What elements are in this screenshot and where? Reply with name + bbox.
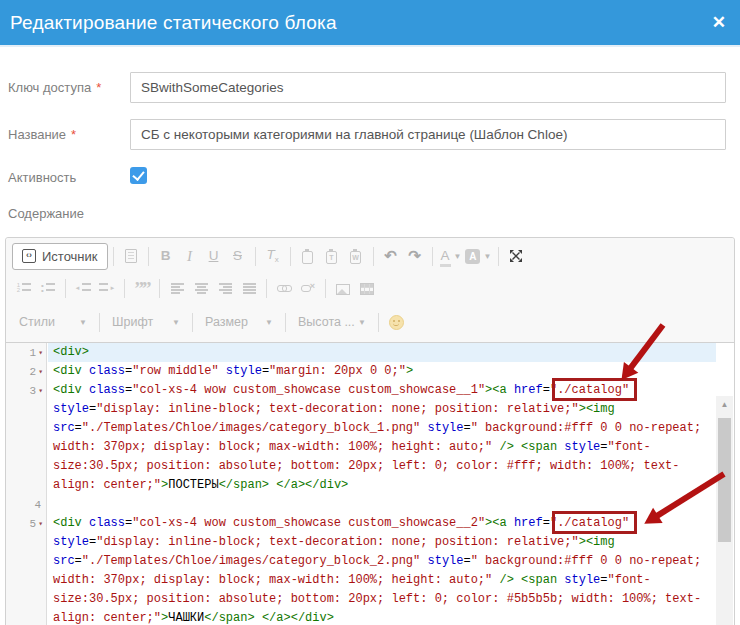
maximize-button[interactable]	[504, 244, 528, 268]
paste-icon	[302, 251, 313, 264]
code-token: "display: inline-block; text-decoration:…	[96, 535, 578, 549]
code-token: href	[514, 383, 543, 397]
source-code-area[interactable]: 1▾2▾3▾4 5▾6 <div><div class="row middle"…	[6, 343, 734, 625]
code-line: src="./Templates/Chloe/images/category_b…	[48, 419, 716, 438]
toolbar-row-2	[6, 274, 734, 302]
align-right-icon	[219, 283, 232, 294]
code-token	[507, 516, 514, 530]
templates-button[interactable]	[119, 244, 143, 268]
numbered-list-button[interactable]	[12, 276, 36, 300]
name-input[interactable]	[130, 119, 726, 150]
code-token	[514, 440, 521, 454]
font-dropdown[interactable]: Шрифт▼	[105, 310, 187, 335]
remove-format-button[interactable]	[261, 244, 285, 268]
chevron-down-icon: ▼	[79, 318, 87, 327]
access-key-input[interactable]	[130, 72, 726, 103]
code-token: />	[499, 573, 513, 587]
editor-scrollbar[interactable]: ▲	[716, 396, 733, 625]
line-number-text: 2	[30, 366, 37, 378]
styles-dropdown[interactable]: Стили▼	[12, 310, 94, 335]
link-button[interactable]	[272, 276, 296, 300]
code-token: size:30.5px; position: absolute; bottom:…	[53, 459, 680, 473]
maximize-icon	[509, 249, 523, 263]
toolbar-separator	[373, 247, 374, 266]
chevron-down-icon: ▼	[358, 318, 366, 327]
paste-word-button[interactable]	[344, 244, 368, 268]
fold-arrow-icon[interactable]: ▾	[38, 519, 43, 528]
toolbar-row-3: Стили▼Шрифт▼Размер▼Высота ...▼	[6, 302, 734, 343]
align-center-icon	[195, 283, 208, 294]
source-button[interactable]: ‹› Источник	[12, 243, 108, 270]
fold-arrow-icon[interactable]: ▾	[38, 386, 43, 395]
chevron-down-icon: ▼	[454, 252, 462, 261]
code-token: width: 370px; display: block; max-width:…	[53, 440, 492, 454]
redo-button[interactable]	[403, 244, 427, 268]
unlink-button[interactable]	[296, 276, 320, 300]
code-token: style	[564, 573, 600, 587]
paste-text-button[interactable]	[320, 244, 344, 268]
outdent-button[interactable]	[71, 276, 95, 300]
edit-static-block-modal: Редактирование статического блока ✕ Ключ…	[0, 0, 740, 625]
active-checkbox[interactable]	[130, 167, 147, 184]
code-token	[255, 611, 262, 625]
size-dropdown[interactable]: Размер▼	[198, 310, 280, 335]
font-dropdown-label: Шрифт	[112, 315, 153, 329]
close-icon[interactable]: ✕	[712, 14, 726, 31]
toolbar-separator	[285, 313, 286, 332]
align-left-button[interactable]	[165, 276, 189, 300]
smiley-button[interactable]	[384, 310, 408, 334]
code-token: <div	[53, 516, 82, 530]
underline-icon	[209, 249, 219, 263]
blockquote-button[interactable]	[130, 276, 154, 300]
bulleted-list-button[interactable]	[36, 276, 60, 300]
align-right-button[interactable]	[213, 276, 237, 300]
code-line: src="./Templates/Chloe/images/category_b…	[48, 552, 716, 571]
code-token: </span>	[219, 478, 269, 492]
content-editor: ‹› Источник ▼▼ Стили▼Шрифт▼Размер▼Высота…	[5, 237, 735, 625]
undo-button[interactable]	[379, 244, 403, 268]
code-line: width: 370px; display: block; max-width:…	[48, 571, 716, 590]
code-token: =	[464, 421, 471, 435]
bold-button[interactable]	[154, 244, 178, 268]
fold-arrow-icon[interactable]: ▾	[38, 348, 43, 357]
code-line: size:30.5px; position: absolute; bottom:…	[48, 590, 716, 609]
code-token: =	[543, 383, 550, 397]
bg-color-icon	[465, 249, 480, 264]
code-token	[219, 364, 226, 378]
code-token: " background:#fff 0 0 no-repeat;	[471, 421, 701, 435]
code-token: style	[53, 402, 89, 416]
strike-icon	[233, 249, 242, 263]
chevron-down-icon: ▼	[265, 318, 273, 327]
code-token: =	[262, 364, 269, 378]
code-content[interactable]: <div><div class="row middle" style="marg…	[48, 343, 716, 625]
code-token: =	[600, 573, 607, 587]
toolbar-separator	[65, 279, 66, 298]
code-token: "./Templates/Chloe/images/category_block…	[82, 421, 420, 435]
code-token: ><img	[579, 535, 615, 549]
strike-button[interactable]	[226, 244, 250, 268]
bg-color-button[interactable]: ▼	[463, 244, 493, 268]
source-code-icon: ‹›	[22, 249, 36, 263]
code-token: src	[53, 421, 75, 435]
code-token: "font-	[608, 440, 651, 454]
toolbar-separator	[498, 247, 499, 266]
fold-arrow-icon[interactable]: ▾	[38, 367, 43, 376]
paste-word-icon	[350, 251, 361, 264]
image-button[interactable]	[331, 276, 355, 300]
toolbar-separator	[148, 247, 149, 266]
table-button[interactable]	[355, 276, 379, 300]
code-token: "col-xs-4 wow custom_showcase custom_sho…	[132, 383, 485, 397]
access-key-row: Ключ доступа *	[8, 80, 101, 95]
italic-button[interactable]	[178, 244, 202, 268]
indent-button[interactable]	[95, 276, 119, 300]
line-height-dropdown[interactable]: Высота ...▼	[291, 310, 373, 335]
code-line: <div class="col-xs-4 wow custom_showcase…	[48, 381, 716, 400]
active-row: Активность	[8, 170, 76, 185]
text-color-button[interactable]: ▼	[438, 244, 464, 268]
code-token: width: 370px; display: block; max-width:…	[53, 573, 492, 587]
underline-button[interactable]	[202, 244, 226, 268]
align-center-button[interactable]	[189, 276, 213, 300]
scroll-up-icon[interactable]: ▲	[716, 396, 733, 413]
paste-button[interactable]	[296, 244, 320, 268]
align-justify-button[interactable]	[237, 276, 261, 300]
